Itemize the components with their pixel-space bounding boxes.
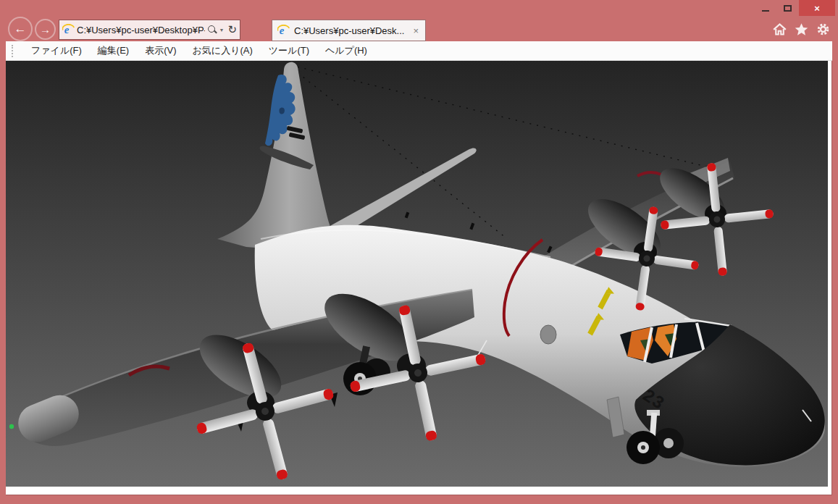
menu-view[interactable]: 表示(V) [137, 41, 184, 60]
back-arrow-icon: ← [14, 22, 27, 36]
refresh-icon[interactable]: ↻ [227, 23, 237, 36]
fuselage-hatch [540, 325, 556, 344]
close-button[interactable]: × [799, 0, 835, 16]
window-controls: × [754, 0, 835, 16]
search-icon[interactable] [207, 25, 217, 35]
address-url[interactable]: C:¥Users¥pc-user¥Desktop¥P-3C.wr [77, 25, 205, 35]
menu-help[interactable]: ヘルプ(H) [317, 41, 375, 60]
address-bar[interactable]: e C:¥Users¥pc-user¥Desktop¥P-3C.wr ▼ ↻ [59, 20, 240, 40]
internet-explorer-icon: e [277, 25, 290, 37]
forward-arrow-icon: → [40, 23, 51, 35]
browser-toolbar [772, 22, 831, 37]
window-frame-line [831, 61, 832, 495]
home-icon[interactable] [772, 22, 787, 37]
menu-file[interactable]: ファイル(F) [23, 41, 90, 60]
aircraft-3d-scene: 23 [6, 61, 828, 487]
maximize-icon [784, 5, 792, 12]
window-frame-line [6, 495, 832, 495]
minimize-button[interactable] [754, 0, 776, 16]
menu-tools[interactable]: ツール(T) [261, 41, 317, 60]
menu-grip-handle [12, 45, 14, 57]
tab-title: C:¥Users¥pc-user¥Desk... [294, 25, 407, 36]
svg-text:e: e [280, 25, 285, 36]
favorites-star-icon[interactable] [794, 22, 809, 37]
browser-window: × ← → e C:¥Users¥pc-user¥Desktop¥P-3C.wr… [0, 0, 838, 504]
menu-bar: ファイル(F) 編集(E) 表示(V) お気に入り(A) ツール(T) ヘルプ(… [6, 41, 832, 61]
browser-tab[interactable]: e C:¥Users¥pc-user¥Desk... × [272, 20, 426, 41]
cortona3d-viewport[interactable]: 23 Cortona3D [6, 61, 828, 487]
wingtip-nav-light [9, 424, 14, 429]
menu-favorites[interactable]: お気に入り(A) [185, 41, 261, 60]
forward-button[interactable]: → [35, 19, 56, 40]
internet-explorer-icon: e [62, 24, 75, 36]
maximize-button[interactable] [776, 0, 799, 16]
close-icon: × [814, 3, 820, 14]
chevron-down-icon[interactable]: ▼ [219, 28, 224, 33]
back-button[interactable]: ← [8, 17, 33, 41]
menu-edit[interactable]: 編集(E) [90, 41, 137, 60]
tab-close-icon[interactable]: × [411, 25, 420, 36]
settings-gear-icon[interactable] [816, 22, 831, 37]
svg-text:e: e [64, 24, 70, 35]
minimize-icon [762, 10, 769, 12]
